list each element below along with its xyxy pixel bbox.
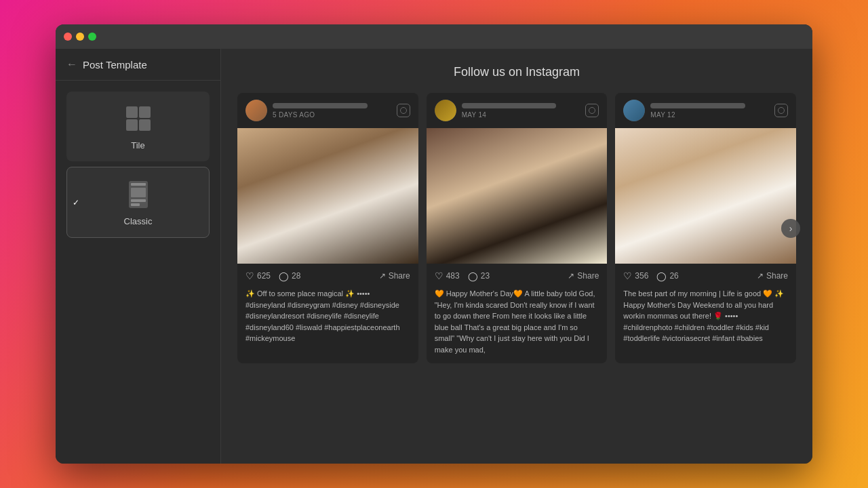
avatar — [435, 100, 456, 121]
post-stats: ♡ 483 ◯ 23 ↗ Share — [427, 264, 608, 288]
sidebar-header: ← Post Template — [56, 49, 220, 81]
share-icon: ↗ — [379, 271, 386, 281]
classic-label: Classic — [124, 216, 153, 226]
post-image — [427, 128, 608, 264]
next-button[interactable]: › — [781, 219, 800, 238]
instagram-icon — [774, 104, 788, 117]
post-name-bar — [273, 103, 368, 108]
app-window: ← Post Template Tile — [56, 24, 812, 464]
share-label: Share — [766, 271, 788, 281]
comment-icon: ◯ — [656, 271, 667, 281]
tile-label: Tile — [131, 140, 144, 150]
share-button[interactable]: ↗ Share — [757, 271, 788, 281]
main-content: ← Post Template Tile — [56, 49, 812, 464]
post-name-bar — [650, 103, 745, 108]
right-panel: Follow us on Instagram 5 Days Ago — [221, 49, 812, 464]
posts-wrapper: 5 Days Ago ♡ 625 — [237, 93, 796, 363]
share-button[interactable]: ↗ Share — [568, 271, 599, 281]
post-stats: ♡ 356 ◯ 26 ↗ Share — [615, 264, 796, 288]
comment-icon: ◯ — [468, 271, 478, 281]
comments-count: 28 — [292, 271, 300, 281]
instagram-icon — [585, 104, 599, 117]
post-header: May 12 — [615, 93, 796, 128]
post-caption: ✨ Off to some place magical ✨ ••••• #dis… — [237, 288, 418, 352]
likes-stat: ♡ 625 — [245, 270, 271, 281]
posts-grid: 5 Days Ago ♡ 625 — [237, 93, 796, 363]
post-caption: 🧡 Happy Mother's Day🧡 A little baby told… — [427, 288, 608, 363]
post-date: May 14 — [462, 111, 580, 119]
maximize-button[interactable] — [88, 33, 96, 41]
post-meta: May 14 — [462, 103, 580, 119]
post-header: May 14 — [427, 93, 608, 128]
likes-count: 483 — [446, 271, 460, 281]
likes-count: 625 — [257, 271, 271, 281]
share-label: Share — [577, 271, 599, 281]
comments-stat: ◯ 28 — [279, 271, 300, 281]
post-card: May 12 ♡ 356 — [615, 93, 796, 363]
template-options: Tile ✓ Classic — [56, 81, 220, 249]
heart-icon: ♡ — [435, 270, 443, 281]
post-date: 5 Days Ago — [273, 111, 391, 119]
comments-stat: ◯ 23 — [468, 271, 490, 281]
classic-icon — [122, 178, 155, 211]
post-date: May 12 — [650, 111, 769, 119]
sidebar: ← Post Template Tile — [56, 49, 221, 464]
template-classic[interactable]: ✓ Classic — [66, 167, 210, 238]
likes-stat: ♡ 483 — [435, 270, 460, 281]
selected-check: ✓ — [73, 198, 79, 207]
minimize-button[interactable] — [76, 33, 84, 41]
title-bar — [56, 24, 812, 49]
post-header: 5 Days Ago — [237, 93, 418, 128]
traffic-lights — [64, 33, 96, 41]
sidebar-title: Post Template — [83, 59, 147, 70]
close-button[interactable] — [64, 33, 72, 41]
avatar — [623, 100, 645, 121]
post-image — [615, 128, 796, 264]
instagram-icon — [397, 104, 410, 117]
tile-icon — [122, 102, 155, 135]
comments-stat: ◯ 26 — [656, 271, 678, 281]
share-icon: ↗ — [568, 271, 574, 281]
heart-icon: ♡ — [245, 270, 254, 281]
likes-stat: ♡ 356 — [623, 270, 648, 281]
share-label: Share — [389, 271, 410, 281]
avatar — [245, 100, 267, 121]
panel-heading: Follow us on Instagram — [237, 65, 796, 79]
comment-icon: ◯ — [279, 271, 289, 281]
comments-count: 23 — [481, 271, 490, 281]
post-name-bar — [462, 103, 557, 108]
heart-icon: ♡ — [623, 270, 632, 281]
post-stats: ♡ 625 ◯ 28 ↗ Share — [237, 264, 418, 288]
post-card: 5 Days Ago ♡ 625 — [237, 93, 418, 363]
template-tile[interactable]: Tile — [66, 92, 210, 161]
back-button[interactable]: ← — [66, 58, 77, 70]
post-card: May 14 ♡ 483 — [427, 93, 608, 363]
likes-count: 356 — [635, 271, 648, 281]
post-meta: 5 Days Ago — [273, 103, 391, 119]
post-caption: The best part of my morning | Life is go… — [615, 288, 796, 352]
post-image — [237, 128, 418, 264]
share-icon: ↗ — [757, 271, 764, 281]
share-button[interactable]: ↗ Share — [379, 271, 410, 281]
comments-count: 26 — [669, 271, 678, 281]
post-meta: May 12 — [650, 103, 769, 119]
